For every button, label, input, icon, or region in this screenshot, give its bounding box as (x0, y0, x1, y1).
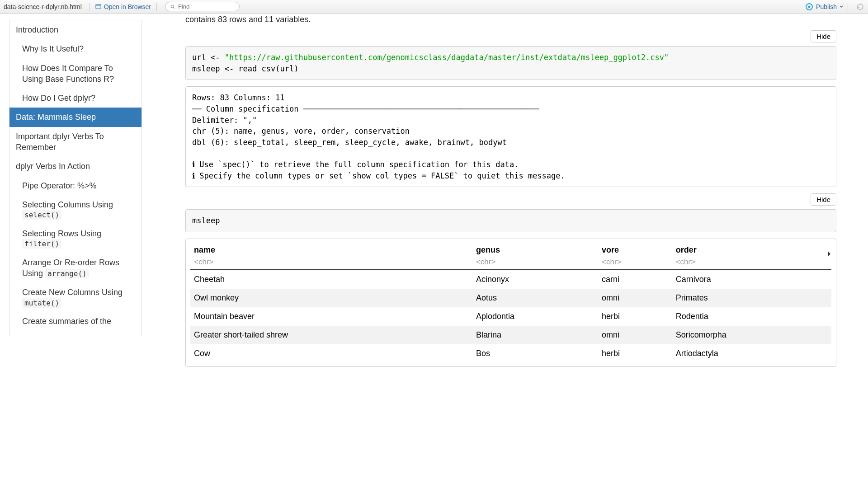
svg-point-3 (808, 5, 811, 8)
table-row: Mountain beaverAplodontiaherbiRodentia (190, 307, 831, 326)
table-row: Owl monkeyAotusomniPrimates (190, 289, 831, 307)
filename: data-science-r-dplyr.nb.html (4, 3, 82, 10)
toc-sidebar[interactable]: IntroductionWhy Is It Useful?How Does It… (9, 20, 142, 336)
toc-item[interactable]: Introduction (9, 20, 142, 39)
search-icon (170, 4, 175, 9)
publish-button[interactable]: Publish (805, 3, 843, 11)
toc-item[interactable]: Data: Mammals Sleep (9, 108, 142, 127)
intro-text: contains 83 rows and 11 variables. (185, 14, 836, 26)
toc-item[interactable]: Pipe Operator: %>% (9, 176, 142, 195)
content-area[interactable]: contains 83 rows and 11 variables. Hide … (145, 14, 868, 488)
toc-item[interactable]: Selecting Columns Using select() (9, 195, 142, 224)
table-row: CowBosherbiArtiodactyla (190, 344, 831, 363)
find-box[interactable] (165, 2, 240, 11)
find-input[interactable] (178, 3, 232, 10)
chevron-down-icon (840, 5, 843, 9)
table-next-icon[interactable] (827, 251, 831, 257)
toc-item[interactable]: Arrange Or Re-order Rows Using arrange() (9, 253, 142, 283)
column-header: vore (598, 243, 672, 255)
column-header: order (672, 243, 831, 255)
data-table: namegenusvoreorder<chr><chr><chr><chr> C… (185, 239, 836, 367)
column-header: genus (472, 243, 598, 255)
hide-button[interactable]: Hide (811, 193, 836, 206)
hide-button[interactable]: Hide (811, 30, 836, 42)
svg-point-1 (171, 5, 174, 8)
code-block: msleep (185, 209, 836, 232)
browser-icon (95, 3, 102, 10)
svg-rect-0 (96, 5, 101, 9)
toc-item[interactable]: Important dplyr Verbs To Remember (9, 127, 142, 157)
toc-item[interactable]: How Do I Get dplyr? (9, 89, 142, 108)
code-block: url <- "https://raw.githubusercontent.co… (185, 46, 836, 80)
column-header: name (190, 243, 472, 255)
toc-item[interactable]: How Does It Compare To Using Base Functi… (9, 59, 142, 89)
toc-item[interactable]: Create summaries of the (9, 312, 142, 331)
open-in-browser-button[interactable]: Open in Browser (92, 2, 154, 11)
publish-icon (805, 3, 813, 11)
toc-item[interactable]: Selecting Rows Using filter() (9, 224, 142, 253)
reload-icon[interactable] (856, 3, 864, 11)
toolbar: data-science-r-dplyr.nb.html Open in Bro… (0, 0, 868, 14)
toc-item[interactable]: Create New Columns Using mutate() (9, 283, 142, 312)
toc-item[interactable]: dplyr Verbs In Action (9, 157, 142, 176)
output-block: Rows: 83 Columns: 11 ── Column specifica… (185, 86, 836, 187)
toc-item[interactable]: Why Is It Useful? (9, 39, 142, 58)
table-row: CheetahAcinonyxcarniCarnivora (190, 270, 831, 289)
table-row: Greater short-tailed shrewBlarinaomniSor… (190, 326, 831, 344)
